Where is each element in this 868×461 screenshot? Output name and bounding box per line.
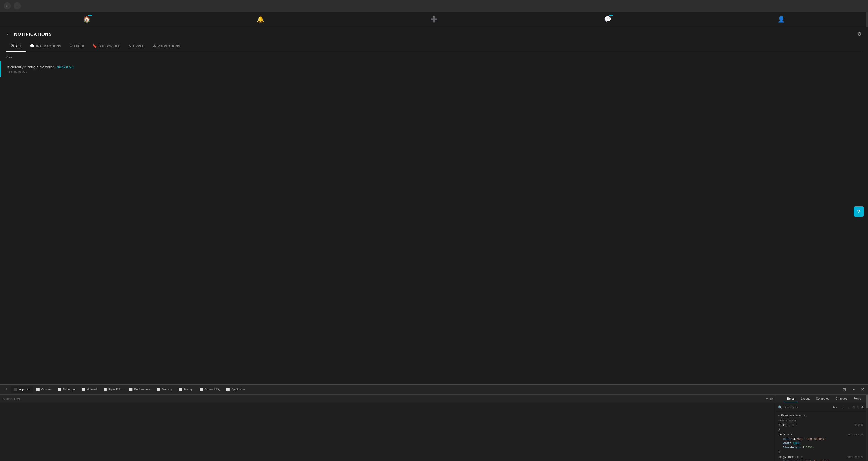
back-button[interactable]: ←: [4, 2, 11, 9]
rule-bodyhtml-source: main.css:29: [847, 455, 864, 459]
rule-body1-color: color : var(--text-color);: [778, 437, 864, 441]
rule-body1-selector: body: [778, 433, 785, 436]
css-tab-more-button[interactable]: ▼: [864, 396, 866, 402]
app-container: 🏠 🔔 ➕ 💬 👤 ← NOTIFICATIONS: [0, 12, 868, 461]
prop-color-value: var(--text-color);: [796, 437, 826, 441]
devtools-tab-storage[interactable]: ⬜ Storage: [176, 387, 196, 393]
devtools-tab-style-editor[interactable]: ⬜ Style Editor: [101, 387, 126, 393]
tab-subscribed-icon: 🔖: [92, 44, 97, 48]
cls-pseudo-button[interactable]: .cls: [840, 405, 846, 409]
prop-width-value: 100%;: [793, 441, 801, 445]
pseudo-elements-toggle[interactable]: ▶ Pseudo-elements: [776, 413, 866, 418]
devtools-picker-button[interactable]: ↗: [2, 386, 10, 393]
application-icon: ⬜: [226, 388, 230, 391]
tab-promotions-label: PROMOTIONS: [158, 44, 180, 48]
tab-interactions[interactable]: 💬 INTERACTIONS: [26, 41, 65, 52]
performance-label: Performance: [134, 388, 151, 391]
close-devtools-button[interactable]: ✕: [859, 386, 866, 393]
prop-background: background: [783, 460, 799, 461]
picker-icon: ↗: [4, 387, 7, 392]
tab-subscribed[interactable]: 🔖 SUBSCRIBED: [88, 41, 125, 52]
devtools-tab-application[interactable]: ⬜ Application: [223, 387, 248, 393]
filter-styles-input[interactable]: [784, 406, 830, 409]
devtools-tab-inspector[interactable]: ⬛ Inspector: [11, 387, 33, 393]
debugger-icon: ⬜: [58, 388, 61, 391]
nav-notifications[interactable]: 🔔: [253, 14, 268, 25]
tab-tipped-icon: $: [129, 44, 131, 48]
bell-icon: 🔔: [257, 16, 264, 23]
more-options-button[interactable]: ···: [850, 386, 857, 393]
css-tabs: Rules Layout Computed Changes Fonts ▼: [776, 395, 866, 403]
nav-profile[interactable]: 👤: [774, 14, 788, 25]
css-rule-body-html: body, html ⚙ { main.css:29 background : …: [776, 455, 866, 461]
devtools-actions: ⊡ ··· ✕: [841, 386, 866, 393]
devtools-tab-debugger[interactable]: ⬜ Debugger: [55, 387, 79, 393]
light-mode-icon[interactable]: ☀: [852, 405, 856, 409]
rule-bodyhtml-gear[interactable]: ⚙: [797, 456, 799, 459]
rule-element-header: element ⚙ { inline: [778, 423, 864, 427]
rule-body1-lineheight: line-height : 1.3334;: [778, 445, 864, 450]
css-rule-element: element ⚙ { inline }: [776, 423, 866, 432]
notifications-header: ← NOTIFICATIONS ⚙ ☑ ALL 💬 INTERACTIONS ♡…: [0, 27, 868, 52]
inspector-label: Inspector: [18, 388, 30, 391]
nav-home[interactable]: 🏠: [80, 14, 94, 25]
tab-all[interactable]: ☑ ALL: [6, 41, 26, 52]
hover-pseudo-button[interactable]: :hov: [831, 405, 838, 409]
content-area: ← NOTIFICATIONS ⚙ ☑ ALL 💬 INTERACTIONS ♡…: [0, 27, 868, 384]
css-tab-rules[interactable]: [778, 397, 784, 400]
css-filter-bar: 🔍 :hov .cls + ☀ ☾ ⊕: [776, 403, 866, 411]
devtools-tab-console[interactable]: ⬜ Console: [33, 387, 55, 393]
nav-messages[interactable]: 💬: [600, 14, 615, 25]
notif-tabs: ☑ ALL 💬 INTERACTIONS ♡ LIKED 🔖 SUBSCRIBE…: [6, 41, 862, 52]
pick-element-icon[interactable]: ⊕: [770, 397, 773, 401]
pseudo-expand-arrow: ▶: [778, 414, 780, 417]
inspector-icon: ⬛: [13, 388, 17, 391]
color-swatch-white[interactable]: [794, 438, 796, 440]
devtools-tab-network[interactable]: ⬜ Network: [79, 387, 100, 393]
search-html-input[interactable]: [3, 397, 764, 400]
more-options-icon[interactable]: ⊕: [861, 405, 864, 409]
devtools-tab-memory[interactable]: ⬜ Memory: [154, 387, 175, 393]
notifications-title: NOTIFICATIONS: [14, 32, 52, 37]
add-rule-button[interactable]: +: [847, 405, 851, 409]
notif-link[interactable]: check it out: [56, 65, 73, 69]
memory-icon: ⬜: [157, 388, 160, 391]
notifications-settings-button[interactable]: ⚙: [857, 31, 862, 37]
notif-back-row: ← NOTIFICATIONS: [6, 31, 52, 37]
responsive-button[interactable]: ⊡: [841, 386, 848, 393]
css-tab-changes[interactable]: Changes: [833, 396, 850, 402]
rule-element-selector: element: [778, 424, 790, 427]
nav-create[interactable]: ➕: [427, 14, 441, 25]
rule-element-gear[interactable]: ⚙: [792, 424, 794, 426]
tab-all-icon: ☑: [10, 44, 14, 48]
devtools-toolbar: ↗ ⬛ Inspector ⬜ Console ⬜ Debugger ⬜ Net…: [0, 385, 868, 395]
devtools-tab-performance[interactable]: ⬜ Performance: [126, 387, 153, 393]
back-arrow-button[interactable]: ←: [6, 31, 11, 37]
rule-body1-gear[interactable]: ⚙: [787, 433, 789, 436]
style-editor-label: Style Editor: [108, 388, 123, 391]
css-tab-computed[interactable]: Computed: [813, 396, 833, 402]
dark-mode-icon[interactable]: ☾: [857, 405, 860, 409]
html-content[interactable]: [0, 403, 776, 461]
rule-body1-close: }: [778, 450, 864, 454]
plus-icon: ➕: [430, 16, 438, 23]
prop-lineheight: line-height: [783, 445, 801, 450]
network-icon: ⬜: [82, 388, 85, 391]
css-tab-layout[interactable]: Layout: [798, 396, 813, 402]
add-node-icon[interactable]: +: [766, 397, 768, 401]
tab-liked[interactable]: ♡ LIKED: [65, 41, 88, 52]
rule-body1-header: body ⚙ { main.css:29: [778, 433, 864, 437]
prop-background-value: var(--bg-color);: [804, 460, 831, 461]
tab-promotions[interactable]: ⚠ PROMOTIONS: [149, 41, 184, 52]
help-button[interactable]: ?: [854, 206, 864, 217]
tab-tipped[interactable]: $ TIPPED: [125, 41, 149, 52]
css-tab-fonts[interactable]: Fonts: [850, 396, 864, 402]
css-content: ▶ Pseudo-elements This Element element ⚙…: [776, 411, 866, 461]
css-panel-scrollbar[interactable]: [866, 395, 868, 461]
html-search-bar: + ⊕: [0, 395, 776, 403]
devtools-tab-accessibility[interactable]: ⬜ Accessibility: [197, 387, 223, 393]
forward-button[interactable]: →: [13, 2, 21, 9]
rule-bodyhtml-header: body, html ⚙ { main.css:29: [778, 455, 864, 459]
rule-bodyhtml-bg: background : var(--bg-color);: [778, 460, 864, 461]
css-tab-rules-label[interactable]: Rules: [784, 396, 798, 402]
